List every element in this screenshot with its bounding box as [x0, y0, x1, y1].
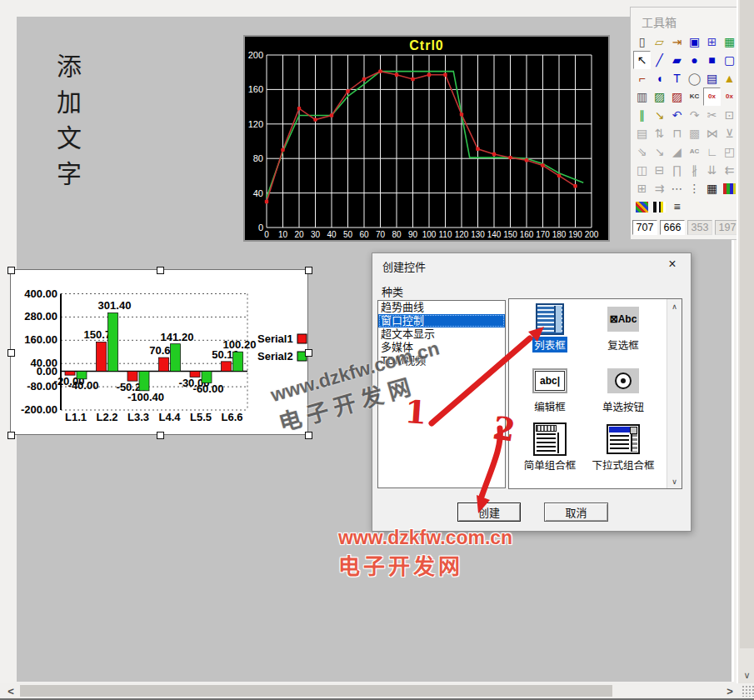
selection-handle[interactable]	[305, 267, 312, 274]
bar-chart-plot: 400.00280.00160.0040.000.00-80.00-200.00…	[11, 270, 307, 434]
coordinate-field: 353	[687, 220, 712, 235]
close-icon[interactable]: ×	[661, 255, 684, 273]
cancel-button[interactable]: 取消	[544, 502, 608, 522]
text-tool-icon[interactable]: T	[668, 69, 686, 88]
coordinate-field[interactable]: 707	[632, 220, 657, 235]
category-item[interactable]: TDM视频	[378, 354, 505, 368]
control-option-label: 单选按钮	[601, 398, 646, 414]
bar-chart-object[interactable]: 400.00280.00160.0040.000.00-80.00-200.00…	[10, 269, 308, 435]
screen-image-icon[interactable]: ▦	[721, 32, 738, 51]
panel-scrollbar[interactable]: ∧ ∨	[667, 299, 682, 488]
rotate-free-icon: ◢	[668, 142, 686, 161]
category-item[interactable]: 窗口控制	[378, 314, 505, 328]
category-item[interactable]: 趋势曲线	[378, 301, 505, 314]
control-option-simple-combo[interactable]: 简单组合框	[516, 422, 584, 472]
control-option-label: 复选框	[606, 337, 641, 352]
editbox-icon: abc|	[532, 368, 567, 393]
distribute-h-icon: ∏	[668, 161, 686, 179]
vertical-scrollbar-thumb[interactable]	[740, 0, 754, 648]
scroll-right-icon[interactable]: >	[721, 683, 739, 698]
dots-h-icon[interactable]: ⋯	[668, 179, 686, 198]
control-option-radio[interactable]: 单选按钮	[589, 364, 657, 414]
new-file-icon[interactable]: ▯	[633, 32, 651, 51]
category-listbox[interactable]: 趋势曲线窗口控制超文本显示多媒体TDM视频	[377, 300, 506, 488]
image-h-icon[interactable]: ▨	[668, 88, 686, 106]
pattern-icon: ▩	[686, 124, 703, 142]
coordinate-field[interactable]: 666	[660, 220, 685, 235]
polygon-tool-icon[interactable]: ▰	[668, 51, 686, 69]
canvas-text-object[interactable]: 添加文字	[48, 53, 85, 197]
control-option-editbox[interactable]: abc| 编辑框	[516, 364, 584, 414]
rectangle-tool-icon[interactable]: ■	[703, 51, 721, 69]
align-right-icon: ⇉	[651, 179, 668, 198]
selection-handle[interactable]	[7, 432, 15, 439]
ox-control-icon[interactable]: 0x	[703, 88, 721, 106]
svg-text:L1.1: L1.1	[65, 411, 87, 423]
control-option-checkbox[interactable]: ⊠Abc 复选框	[589, 302, 657, 352]
sparkle-report-icon[interactable]: ▥	[633, 88, 651, 106]
selection-handle[interactable]	[7, 349, 15, 357]
save-icon[interactable]: ▣	[686, 32, 703, 51]
selection-handle[interactable]	[305, 432, 312, 439]
ox-control-alt-icon[interactable]: 0x	[721, 88, 738, 106]
arc-tool-icon[interactable]: ◖	[651, 69, 668, 88]
blob-tool-icon[interactable]: ◯	[686, 69, 703, 88]
export-image-icon[interactable]: ↘	[651, 106, 668, 124]
contrast-bars-icon[interactable]	[651, 198, 668, 216]
alarm-tool-icon[interactable]: ▲	[721, 69, 738, 88]
kc-curve-icon[interactable]: KC	[686, 88, 703, 106]
svg-text:280.00: 280.00	[24, 310, 57, 322]
color-pick-icon[interactable]	[633, 198, 651, 216]
hlines-icon[interactable]: ≡	[668, 198, 686, 216]
simple-combo-icon	[533, 422, 567, 456]
rotate-90-icon: ∟	[703, 142, 721, 161]
svg-text:170: 170	[536, 230, 550, 239]
selection-handle[interactable]	[305, 349, 312, 357]
control-option-dropdown-combo[interactable]: 下拉式组合框	[589, 422, 657, 472]
palette-grid-icon[interactable]	[721, 179, 738, 198]
create-button[interactable]: 创建	[457, 502, 521, 522]
category-item[interactable]: 多媒体	[378, 341, 505, 354]
vertical-scrollbar[interactable]: ∨	[737, 0, 754, 683]
svg-text:180: 180	[552, 230, 567, 239]
dots-v-icon[interactable]: ⋮	[686, 179, 703, 198]
resize-grip	[742, 685, 754, 697]
capture-window-icon[interactable]: ⊞	[703, 32, 721, 51]
scroll-down-icon[interactable]: ∨	[667, 474, 682, 488]
ellipse-tool-icon[interactable]: ●	[686, 51, 703, 69]
selection-handle[interactable]	[157, 267, 164, 274]
select-cursor-icon[interactable]: ↖	[633, 51, 651, 69]
pipe-tool-icon[interactable]: ⌐	[633, 69, 651, 88]
grid-icon[interactable]: ▦	[703, 179, 721, 198]
selection-handle[interactable]	[157, 432, 164, 439]
open-folder-icon[interactable]: ▱	[651, 32, 668, 51]
import-export-icon[interactable]: ⇥	[668, 32, 686, 51]
scroll-left-icon[interactable]: <	[2, 683, 20, 698]
roundrect-tool-icon[interactable]: ▢	[721, 51, 738, 69]
scroll-up-icon[interactable]: ∧	[667, 299, 682, 313]
svg-text:120: 120	[455, 230, 469, 239]
scroll-down-icon[interactable]: ∨	[738, 667, 754, 683]
svg-text:140: 140	[487, 230, 502, 239]
control-option-label: 简单组合框	[522, 457, 578, 472]
report-display-icon[interactable]: ▤	[703, 69, 721, 88]
svg-text:0: 0	[258, 222, 263, 232]
category-item[interactable]: 超文本显示	[378, 328, 505, 341]
svg-text:160: 160	[248, 84, 263, 94]
control-option-label: 下拉式组合框	[590, 457, 656, 472]
image-r-icon[interactable]: ▨	[651, 88, 668, 106]
horizontal-scrollbar-thumb[interactable]	[20, 685, 612, 697]
move-down-icon: ⇊	[703, 161, 721, 179]
control-option-listbox[interactable]: 列表框	[516, 302, 584, 352]
mirror-v-icon: ⊻	[721, 124, 738, 142]
align-left-icon: ◫	[633, 161, 651, 179]
undo-icon[interactable]: ↶	[668, 106, 686, 124]
svg-text:50: 50	[343, 230, 353, 239]
listbox-icon	[536, 303, 564, 335]
selection-handle[interactable]	[7, 267, 15, 274]
trend-chart-object[interactable]: Ctrl0 0102030405060708090100110120130140…	[243, 35, 610, 242]
line-tool-icon[interactable]: ╱	[651, 51, 668, 69]
horizontal-scrollbar[interactable]: < >	[0, 683, 754, 698]
svg-text:120: 120	[248, 119, 263, 129]
green-pipes-icon[interactable]: ∥	[633, 106, 651, 124]
